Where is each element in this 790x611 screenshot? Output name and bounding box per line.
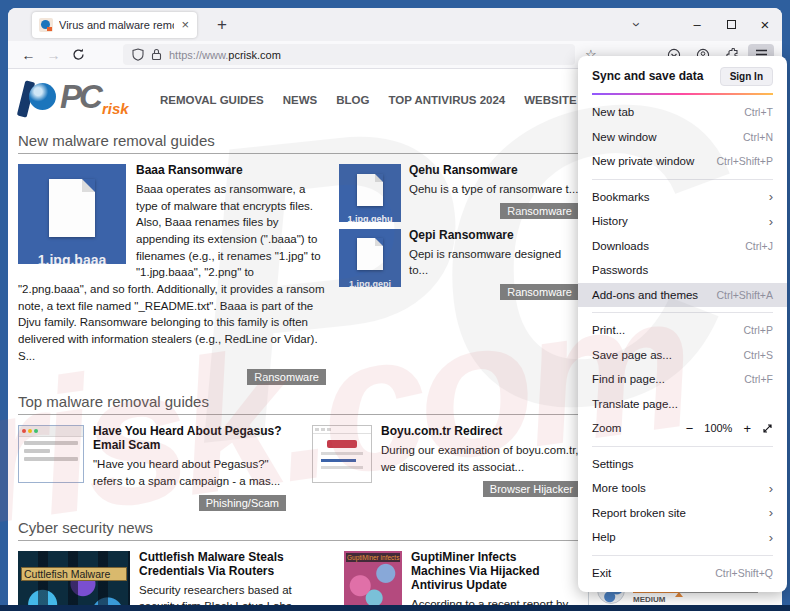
file-icon (49, 179, 95, 237)
menu-item-translate-page[interactable]: Translate page... (578, 392, 787, 417)
shield-icon (132, 48, 144, 61)
article-thumbnail[interactable] (312, 425, 372, 483)
sign-in-button[interactable]: Sign In (720, 67, 773, 86)
url-protocol: https://www. (169, 49, 228, 61)
article-thumbnail[interactable]: 1.jpg.qepi (339, 229, 401, 287)
tag-row: Phishing/Scam (18, 495, 286, 511)
green-dot-icon (34, 429, 38, 433)
thumbnail-caption: 1.jpg.qepi (339, 279, 401, 287)
nav-removal-guides[interactable]: REMOVAL GUIDES (160, 94, 264, 106)
article-cuttlefish: Cuttlefish Malware Cuttlefish Malware St… (18, 550, 318, 605)
menu-item-shortcut: Ctrl+S (744, 349, 773, 361)
article-boyu: Boyu.com.tr Redirect During our examinat… (312, 424, 580, 510)
menu-item-label: New private window (592, 155, 694, 167)
category-badge[interactable]: Ransomware (500, 284, 579, 300)
menu-item-passwords[interactable]: Passwords (578, 258, 787, 283)
category-badge[interactable]: Browser Hijacker (483, 481, 580, 497)
menu-item-new-private-window[interactable]: New private window Ctrl+Shift+P (578, 149, 787, 174)
menu-item-label: New tab (592, 106, 634, 118)
zoom-level-value[interactable]: 100% (704, 422, 732, 434)
article-guptiminer: GuptiMiner infects GuptiMiner Infects Ma… (344, 550, 574, 605)
tab-close-icon[interactable]: × (180, 18, 190, 31)
reload-button[interactable] (66, 44, 91, 66)
nav-top-antivirus[interactable]: TOP ANTIVIRUS 2024 (388, 94, 505, 106)
menu-divider (592, 555, 773, 556)
menu-item-label: Save page as... (592, 349, 672, 361)
red-button-graphic (327, 440, 357, 448)
redacted-line (321, 452, 363, 455)
menu-item-label: New window (592, 131, 657, 143)
file-icon (357, 174, 383, 206)
link-line (321, 459, 356, 462)
article-pegasus: Have You Heard About Pegasus? Email Scam… (18, 424, 286, 510)
chevron-down-icon: › (629, 22, 646, 27)
fullscreen-icon[interactable] (762, 423, 773, 434)
tab-bar: Virus and malware removal inst × + › – × (8, 8, 782, 41)
menu-item-label: Bookmarks (592, 191, 650, 203)
browser-window-bar (313, 426, 371, 434)
menu-item-new-window[interactable]: New window Ctrl+N (578, 125, 787, 150)
article-thumbnail[interactable]: GuptiMiner infects (344, 551, 402, 605)
new-tab-button[interactable]: + (209, 15, 235, 35)
article-baaa: 1.jpg.baaa Baaa Ransomware Baaa operates… (18, 163, 326, 385)
pcrisk-logo[interactable]: PC risk (18, 78, 140, 122)
back-button[interactable]: ← (16, 44, 41, 66)
article-thumbnail[interactable]: Cuttlefish Malware (18, 551, 130, 605)
zoom-controls: − 100% + (686, 421, 773, 436)
menu-item-shortcut: Ctrl+P (744, 324, 773, 336)
menu-item-label: Print... (592, 324, 625, 336)
menu-item-downloads[interactable]: Downloads Ctrl+J (578, 234, 787, 259)
menu-item-sync[interactable]: Sync and save data Sign In (578, 62, 787, 90)
menu-item-label: Downloads (592, 240, 649, 252)
zoom-in-button[interactable]: + (743, 421, 751, 436)
article-thumbnail[interactable]: 1.jpg.qehu (339, 164, 401, 222)
threat-level-label: MEDIUM (633, 595, 758, 604)
list-all-tabs-button[interactable]: › (622, 8, 652, 41)
category-badge[interactable]: Ransomware (247, 369, 326, 385)
menu-divider (592, 179, 773, 180)
menu-item-shortcut: Ctrl+Shift+A (716, 289, 773, 301)
forward-button: → (41, 44, 66, 66)
tab-title: Virus and malware removal inst (59, 19, 174, 31)
menu-item-report-broken-site[interactable]: Report broken site › (578, 501, 787, 526)
article-thumbnail[interactable] (18, 425, 84, 483)
yellow-dot-icon (28, 429, 32, 433)
menu-item-find-in-page[interactable]: Find in page... Ctrl+F (578, 367, 787, 392)
menu-item-print[interactable]: Print... Ctrl+P (578, 318, 787, 343)
close-button[interactable]: × (748, 8, 782, 41)
menu-item-shortcut: Ctrl+Shift+Q (715, 567, 773, 579)
nav-blog[interactable]: BLOG (336, 94, 369, 106)
url-bar[interactable]: https://www.pcrisk.com (123, 44, 575, 65)
side-article-column: 1.jpg.qehu Qehu Ransomware Qehu is a typ… (339, 163, 579, 385)
menu-item-label: More tools (592, 482, 646, 494)
menu-divider (592, 446, 773, 447)
menu-item-help[interactable]: Help › (578, 525, 787, 550)
redacted-line (24, 449, 50, 453)
menu-item-new-tab[interactable]: New tab Ctrl+T (578, 100, 787, 125)
menu-item-shortcut: Ctrl+Shift+P (716, 155, 773, 167)
menu-item-exit[interactable]: Exit Ctrl+Shift+Q (578, 561, 787, 586)
logo-text-risk: risk (102, 100, 129, 117)
menu-item-settings[interactable]: Settings (578, 452, 787, 477)
zoom-out-button[interactable]: − (686, 421, 694, 436)
menu-item-zoom: Zoom − 100% + (578, 416, 787, 441)
main-article-column: 1.jpg.baaa Baaa Ransomware Baaa operates… (18, 163, 326, 385)
nav-news[interactable]: NEWS (283, 94, 318, 106)
menu-item-label: History (592, 215, 628, 227)
file-icon (357, 238, 383, 270)
menu-item-more-tools[interactable]: More tools › (578, 476, 787, 501)
thumbnail-caption: Cuttlefish Malware (21, 567, 127, 581)
category-badge[interactable]: Ransomware (500, 203, 579, 219)
category-badge[interactable]: Phishing/Scam (199, 495, 286, 511)
menu-item-label: Translate page... (592, 398, 678, 410)
article-thumbnail[interactable]: 1.jpg.baaa (18, 164, 126, 264)
maximize-button[interactable] (714, 8, 748, 41)
menu-item-addons-themes[interactable]: Add-ons and themes Ctrl+Shift+A (578, 283, 787, 308)
menu-item-history[interactable]: History › (578, 209, 787, 234)
menu-item-bookmarks[interactable]: Bookmarks › (578, 185, 787, 210)
minimize-button[interactable]: – (680, 8, 714, 41)
browser-tab[interactable]: Virus and malware removal inst × (32, 12, 197, 38)
pcrisk-favicon-icon (39, 18, 53, 32)
menu-item-label: Help (592, 531, 616, 543)
menu-item-save-page-as[interactable]: Save page as... Ctrl+S (578, 343, 787, 368)
